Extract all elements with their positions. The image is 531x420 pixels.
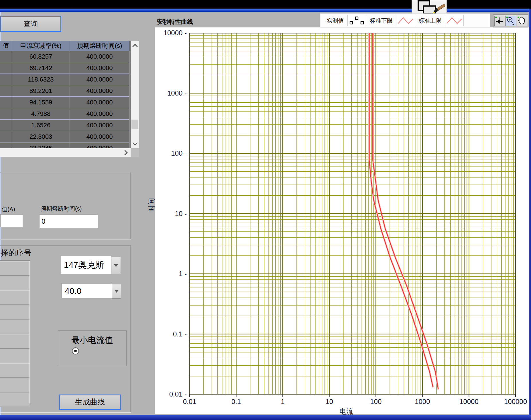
- window-border-top: [0, 9, 531, 12]
- table-cell[interactable]: 118.6323: [12, 74, 70, 85]
- radio-selected-dot: [74, 350, 77, 352]
- tool-active-dot: [506, 17, 508, 18]
- table-cell[interactable]: 1.6526: [12, 120, 70, 131]
- generate-curve-button[interactable]: 生成曲线: [60, 395, 120, 409]
- table-cell[interactable]: 89.2201: [12, 85, 70, 97]
- square-markers-icon[interactable]: [347, 15, 366, 26]
- windows-paintbrush-icon: [412, 0, 447, 14]
- table-cell[interactable]: 400.0000: [70, 85, 129, 97]
- min-current-radio[interactable]: [72, 347, 79, 354]
- table-cell[interactable]: [0, 62, 12, 74]
- red-zigzag-icon[interactable]: [445, 15, 464, 26]
- table-cell[interactable]: 22.3345: [12, 142, 70, 148]
- listbox-row[interactable]: [0, 393, 30, 407]
- table-cell[interactable]: 400.0000: [70, 74, 129, 85]
- listbox-row[interactable]: [0, 349, 30, 363]
- table-cell[interactable]: 94.1559: [12, 97, 70, 108]
- y-tick-label: 0.01 -: [159, 390, 187, 398]
- table-row[interactable]: 69.7142400.0000: [0, 62, 131, 74]
- cursor-tool-button[interactable]: [494, 16, 505, 26]
- table-row[interactable]: 1.6526400.0000: [0, 120, 131, 131]
- table-cell[interactable]: [0, 85, 12, 97]
- table-row[interactable]: 60.8257400.0000: [0, 51, 131, 62]
- table-cell[interactable]: [0, 97, 12, 108]
- table-cell[interactable]: 4.7988: [12, 108, 70, 120]
- x-tick-label: 100000: [498, 398, 531, 406]
- listbox-row[interactable]: [0, 261, 30, 276]
- title-bar: [0, 0, 531, 9]
- red-zigzag-icon[interactable]: [396, 15, 415, 26]
- table-row[interactable]: 4.7988400.0000: [0, 108, 131, 120]
- tool-active-dot: [495, 17, 497, 18]
- fuse-model-combobox[interactable]: 147奥克斯: [61, 256, 111, 274]
- chart-legend: 实测值 标准下限 标准上限: [320, 13, 490, 28]
- y-tick-label: 10000 -: [159, 29, 187, 37]
- expected-melt-time-input[interactable]: 0: [39, 215, 98, 228]
- table-cell[interactable]: 400.0000: [70, 62, 129, 74]
- table-header-row: 值 电流衰减率(%) 预期熔断时间(s): [0, 41, 131, 51]
- legend-label-upper-limit[interactable]: 标准上限: [417, 16, 442, 25]
- fuse-model-combobox-arrow[interactable]: [111, 257, 121, 274]
- table-row[interactable]: 118.6323400.0000: [0, 74, 131, 85]
- x-tick-label: 0.1: [219, 398, 253, 406]
- table-cell[interactable]: 400.0000: [70, 131, 129, 142]
- listbox-row[interactable]: [0, 334, 30, 349]
- vertical-scroll-thumb[interactable]: [131, 120, 138, 129]
- listbox-row[interactable]: [0, 378, 30, 393]
- table-vertical-scrollbar[interactable]: [131, 41, 139, 148]
- table-cell[interactable]: [0, 51, 12, 62]
- chevron-down-icon: [114, 264, 118, 267]
- table-header-col2: 预期熔断时间(s): [70, 41, 129, 51]
- result-table[interactable]: 值 电流衰减率(%) 预期熔断时间(s) 60.8257400.000069.7…: [0, 41, 131, 148]
- table-cell[interactable]: [0, 120, 12, 131]
- x-tick-label: 0.01: [172, 398, 207, 406]
- table-cell[interactable]: 22.3003: [12, 131, 70, 142]
- y-tick-label: 1 -: [159, 270, 187, 278]
- zoom-tool-button[interactable]: [506, 16, 516, 26]
- table-cell[interactable]: 69.7142: [12, 62, 70, 74]
- legend-label-lower-limit[interactable]: 标准下限: [369, 16, 394, 25]
- x-tick-label: 1000: [405, 398, 440, 406]
- rated-current-combobox[interactable]: 40.0: [62, 283, 112, 298]
- chevron-right-icon: [122, 150, 127, 155]
- scroll-right-button[interactable]: [121, 148, 130, 157]
- table-cell[interactable]: 400.0000: [70, 51, 129, 62]
- table-horizontal-scrollbar[interactable]: [0, 148, 131, 157]
- listbox-row[interactable]: [0, 276, 30, 290]
- table-cell[interactable]: [0, 108, 12, 120]
- query-button[interactable]: 查询: [1, 16, 61, 31]
- plot-canvas[interactable]: [189, 33, 516, 399]
- chevron-down-icon: [132, 140, 137, 145]
- x-tick-label: 1: [266, 398, 300, 406]
- table-row[interactable]: 89.2201400.0000: [0, 85, 131, 97]
- table-cell[interactable]: [0, 142, 12, 148]
- current-value-input[interactable]: [0, 214, 23, 227]
- index-listbox[interactable]: [0, 260, 30, 403]
- rated-current-combobox-arrow[interactable]: [112, 284, 121, 299]
- table-cell[interactable]: 400.0000: [70, 120, 129, 131]
- scroll-up-button[interactable]: [131, 41, 139, 51]
- table-cell[interactable]: 400.0000: [70, 97, 129, 108]
- table-row[interactable]: 22.3345400.0000: [0, 142, 131, 148]
- table-row[interactable]: 94.1559400.0000: [0, 97, 131, 108]
- listbox-row[interactable]: [0, 305, 30, 320]
- table-cell[interactable]: [0, 131, 12, 142]
- pan-tool-button[interactable]: [517, 16, 527, 26]
- table-cell[interactable]: 400.0000: [70, 142, 129, 148]
- listbox-row[interactable]: [0, 363, 30, 378]
- min-current-label: 最小电流值: [71, 335, 113, 346]
- listbox-row[interactable]: [0, 320, 30, 334]
- table-body[interactable]: 60.8257400.000069.7142400.0000118.632340…: [0, 51, 131, 148]
- table-cell[interactable]: 400.0000: [70, 108, 129, 120]
- listbox-row[interactable]: [0, 290, 30, 305]
- table-cell[interactable]: 60.8257: [12, 51, 70, 62]
- table-cell[interactable]: [0, 74, 12, 85]
- scroll-down-button[interactable]: [131, 138, 139, 148]
- limit-curve: [373, 33, 438, 389]
- legend-label-measured[interactable]: 实测值: [326, 16, 345, 25]
- graph-palette-toolbar: [493, 14, 528, 27]
- table-row[interactable]: 22.3003400.0000: [0, 131, 131, 142]
- plot-area[interactable]: [189, 33, 516, 399]
- x-tick-label: 10: [312, 398, 347, 406]
- table-header-col0: 值: [0, 41, 12, 51]
